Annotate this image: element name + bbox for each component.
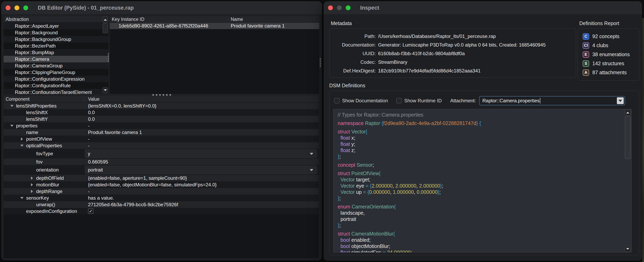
show-documentation-checkbox[interactable] [334, 98, 340, 103]
chevron-down-icon [310, 169, 313, 171]
scroll-down-button[interactable] [103, 87, 108, 93]
component-row[interactable]: nameProduit favorite camera 1 [4, 129, 319, 135]
abstraction-item[interactable]: Raptor::BackgroundGroup [4, 36, 108, 42]
collapse-icon[interactable] [10, 125, 14, 127]
code-line: float z; [338, 147, 620, 153]
component-row[interactable]: sensorKeyhas a value. [4, 195, 319, 201]
instances-rows: 1deb5d90-8902-4261-a85e-67f52f20a446Prod… [110, 23, 319, 29]
column-value[interactable]: Value [84, 96, 100, 102]
combobox-value: portrait [88, 167, 103, 173]
metadata-value: 6160b8ab-f3bb-410f-b2dc-9804abf8df0a [378, 51, 465, 56]
scrollbar-thumb[interactable] [625, 116, 630, 159]
expand-icon[interactable] [21, 137, 23, 141]
expand-icon[interactable] [31, 183, 33, 186]
component-row[interactable]: properties- [4, 122, 319, 129]
abstraction-item[interactable]: Raptor::BezierPath [4, 42, 108, 49]
component-value: {enabled=false, aperture=1, sampleCount=… [88, 175, 187, 181]
show-runtime-id-checkbox[interactable] [396, 98, 402, 103]
abstraction-item[interactable]: Raptor::Background [4, 29, 108, 36]
component-row[interactable]: lensShiftX0.0 [4, 109, 319, 116]
abstraction-list: Raptor::AspectLayerRaptor::BackgroundRap… [4, 23, 108, 94]
component-label: fovType [36, 151, 53, 156]
inspect-titlebar[interactable]: Inspect [324, 1, 642, 15]
maximize-button[interactable] [23, 5, 28, 10]
abstraction-item[interactable]: Raptor::BumpMap [4, 49, 108, 56]
abstraction-item[interactable]: Raptor::CameraGroup [4, 62, 108, 69]
code-line: float x; [338, 135, 620, 141]
column-component[interactable]: Component [4, 96, 84, 102]
component-row[interactable]: lensShiftY0.0 [4, 116, 319, 122]
components-column-header[interactable]: Component Value [4, 96, 319, 103]
code-line: Vector eye = {2.000000, 2.000000, 2.0000… [338, 183, 620, 189]
window-edge-splitter-handle[interactable] [320, 58, 321, 67]
abstraction-item[interactable]: Raptor::ConfigurationExpression [4, 76, 108, 82]
maximize-button[interactable] [346, 5, 350, 10]
vertical-splitter-handle[interactable] [108, 53, 109, 62]
component-value: - [88, 143, 90, 148]
fovType-combobox[interactable]: y [85, 150, 317, 158]
abstraction-item[interactable]: Raptor::ConfigurationTargetElement [4, 89, 108, 94]
code-line: bool enabled; [338, 237, 620, 243]
horizontal-splitter-handle[interactable] [152, 94, 171, 96]
screen: DB Editor (PySide) - 01_perceuse.rap Abs… [0, 0, 644, 262]
component-row[interactable]: unwrap()271205ed-6b3a-4799-bcc6-9dc2be75… [4, 201, 319, 208]
code-scrollbar[interactable] [625, 110, 631, 252]
scroll-up-button[interactable] [625, 110, 630, 116]
metadata-value: 182cb910fcb77e9d4dfad5fdd86d4c1852aaa341 [378, 68, 480, 74]
code-line: namespace Raptor {f2d9ea90-2adc-4e9a-a2b… [338, 120, 620, 127]
component-label: lensShiftY [26, 116, 48, 122]
orientation-combobox[interactable]: portrait [85, 166, 317, 174]
report-item-label: 87 attachments [592, 70, 627, 75]
s-badge-icon: S [583, 60, 589, 67]
scroll-up-button[interactable] [103, 17, 108, 23]
abstraction-item[interactable]: Raptor::ConfigurationRule [4, 82, 108, 89]
component-label: motionBlur [36, 182, 59, 188]
dsm-code-view[interactable]: // Types for Raptor::Camera.propertiesna… [333, 109, 632, 253]
report-item-label: 38 enumerations [592, 52, 630, 57]
report-item: C92 concepts [583, 32, 639, 41]
minimize-button[interactable] [14, 5, 19, 10]
expand-icon[interactable] [31, 190, 33, 193]
component-row[interactable]: depthRange- [4, 188, 319, 195]
abstraction-item[interactable]: Raptor::Camera [4, 56, 108, 62]
component-row[interactable]: orientationportrait [4, 165, 319, 175]
instances-column-header[interactable]: Key Instance ID Name [110, 16, 319, 23]
component-row[interactable]: depthOfField{enabled=false, aperture=1, … [4, 175, 319, 181]
code-line: }; [338, 195, 620, 201]
metadata-label: Codec: [330, 59, 376, 65]
component-value: {enabled=false, objectMotionBlur=false, … [88, 182, 217, 188]
close-button[interactable] [6, 5, 10, 10]
column-key-instance-id[interactable]: Key Instance ID [110, 16, 229, 22]
definitions-report-heading: Definitions Report [579, 20, 619, 26]
abstraction-column-header[interactable]: Abstraction [4, 16, 108, 23]
scrollbar-thumb[interactable] [103, 23, 108, 33]
column-name[interactable]: Name [229, 16, 243, 22]
instance-row[interactable]: 1deb5d90-8902-4261-a85e-67f52f20a446Prod… [110, 23, 319, 29]
abstraction-scrollbar[interactable] [103, 17, 108, 93]
attachment-dropdown-button[interactable] [617, 97, 624, 104]
collapse-icon[interactable] [20, 145, 24, 147]
expand-icon[interactable] [31, 177, 33, 180]
abstraction-pane: Abstraction Raptor::AspectLayerRaptor::B… [4, 16, 108, 94]
show-documentation-label: Show Documentation [342, 98, 388, 104]
minimize-button-disabled [337, 5, 342, 10]
component-row[interactable]: motionBlur{enabled=false, objectMotionBl… [4, 181, 319, 188]
component-label: fov [36, 159, 42, 165]
metadata-value: /Users/kerhoas/Databases/Raptor_lts/01_p… [378, 33, 496, 39]
close-button[interactable] [328, 5, 333, 10]
collapse-icon[interactable] [10, 105, 14, 107]
scroll-down-button[interactable] [625, 246, 630, 252]
abstraction-item[interactable]: Raptor::AspectLayer [4, 23, 108, 29]
component-row[interactable]: exposedInConfiguration✓ [4, 208, 319, 214]
component-row[interactable]: lensShiftProperties{lensShiftX=0.0, lens… [4, 103, 319, 109]
db-editor-titlebar[interactable]: DB Editor (PySide) - 01_perceuse.rap [1, 1, 322, 15]
component-value: 0.0 [88, 116, 95, 122]
exposedInConfiguration-checkbox[interactable]: ✓ [88, 208, 94, 214]
component-row[interactable]: fovTypey [4, 149, 319, 158]
component-row[interactable]: opticalProperties- [4, 142, 319, 149]
component-row[interactable]: pointOfView- [4, 135, 319, 142]
abstraction-item[interactable]: Raptor::ClippingPlaneGroup [4, 69, 108, 76]
collapse-icon[interactable] [20, 197, 24, 199]
attachment-combobox[interactable]: Raptor::Camera.properties [479, 96, 625, 105]
component-row[interactable]: fov0.660595 [4, 158, 319, 165]
